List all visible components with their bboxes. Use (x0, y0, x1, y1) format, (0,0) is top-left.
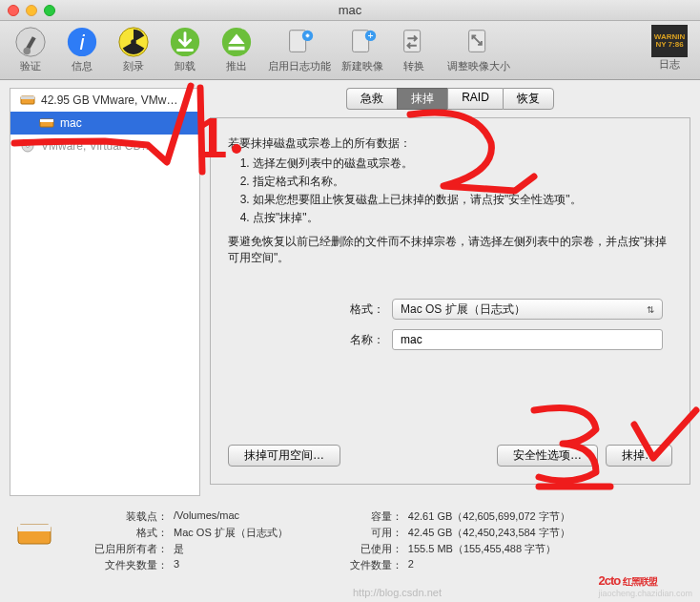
toolbar: 验证 i 信息 刻录 卸载 推出 启用日志功能 + 新建映像 转换 调整映像大小… (0, 21, 700, 80)
eject-icon (219, 25, 254, 59)
toolbar-new-image[interactable]: + 新建映像 (340, 25, 385, 73)
toolbar-eject[interactable]: 推出 (214, 25, 259, 73)
svg-point-1 (23, 48, 31, 55)
content-area: 急救 抹掉 RAID 恢复 若要抹掉磁盘或宗卷上的所有数据： 选择左侧列表中的磁… (210, 88, 690, 496)
optical-disk-icon (20, 138, 35, 154)
toolbar-label: 推出 (226, 59, 247, 73)
toolbar-verify[interactable]: 验证 (8, 25, 53, 73)
toolbar-enable-log[interactable]: 启用日志功能 (265, 25, 334, 73)
kv-key: 已启用所有者： (82, 542, 174, 556)
toolbar-resize-image[interactable]: 调整映像大小 (443, 25, 515, 73)
kv-val: 42.45 GB（42,450,243,584 字节） (408, 526, 570, 540)
radiation-icon (116, 25, 151, 59)
svg-rect-18 (21, 96, 34, 99)
convert-icon (397, 25, 431, 59)
titlebar: mac (0, 0, 700, 21)
watermark: 2cto 红黑联盟 jiaocheng.chazidian.com (598, 573, 692, 598)
svg-point-5 (131, 39, 136, 45)
kv-val: 2 (408, 558, 414, 572)
sidebar-item-disk[interactable]: 42.95 GB VMware, VMw… (10, 89, 199, 112)
kv-key: 可用： (317, 526, 408, 540)
tab-raid[interactable]: RAID (447, 88, 503, 110)
erase-form: 格式： Mac OS 扩展（日志式） ⇅ 名称： (333, 299, 663, 350)
info-icon: i (65, 25, 99, 59)
svg-text:+: + (367, 31, 373, 41)
new-image-icon: + (345, 25, 380, 59)
format-select[interactable]: Mac OS 扩展（日志式） ⇅ (392, 299, 663, 320)
watermark-brand-cn: 红黑联盟 (623, 576, 657, 587)
step-3: 如果您想要阻止恢复磁盘上已抹掉的数据，请点按"安全性选项"。 (253, 192, 672, 208)
kv-key: 格式： (82, 526, 174, 540)
kv-val: 155.5 MB（155,455,488 字节） (408, 542, 556, 556)
watermark-brand: 2cto (598, 573, 620, 588)
svg-point-22 (27, 145, 30, 148)
step-2: 指定格式和名称。 (253, 174, 672, 190)
kv-key: 已使用： (317, 542, 408, 556)
chevron-updown-icon: ⇅ (647, 304, 654, 315)
toolbar-label: 启用日志功能 (268, 59, 331, 73)
sidebar-item-label: mac (60, 116, 82, 130)
info-footer: 装载点：/Volumes/mac 格式：Mac OS 扩展（日志式） 已启用所有… (0, 504, 700, 582)
footer-left-col: 装载点：/Volumes/mac 格式：Mac OS 扩展（日志式） 已启用所有… (82, 509, 288, 572)
tab-bar: 急救 抹掉 RAID 恢复 (210, 88, 690, 110)
toolbar-label: 信息 (72, 59, 93, 73)
resize-image-icon (462, 25, 496, 59)
microscope-icon (13, 25, 48, 59)
intro-heading: 若要抹掉磁盘或宗卷上的所有数据： (228, 135, 672, 152)
kv-key: 文件数量： (317, 558, 408, 572)
svg-rect-24 (18, 525, 51, 531)
kv-val: Mac OS 扩展（日志式） (174, 526, 288, 540)
toolbar-label: 调整映像大小 (447, 59, 510, 73)
toolbar-label: 验证 (20, 59, 41, 73)
format-label: 格式： (333, 301, 384, 318)
intro-footer: 要避免恢复以前已经删除的文件而不抹掉宗卷，请选择左侧列表中的宗卷，并点按"抹掉可… (228, 234, 672, 266)
toolbar-convert[interactable]: 转换 (391, 25, 437, 73)
erase-button[interactable]: 抹掉… (606, 445, 672, 467)
kv-val: 3 (174, 558, 179, 572)
erase-actions: 抹掉可用空间… 安全性选项… 抹掉… (228, 445, 672, 467)
svg-rect-9 (229, 47, 245, 51)
csdn-watermark: http://blog.csdn.net (353, 587, 442, 598)
toolbar-log[interactable]: WARNINNY 7:86 日志 (647, 25, 692, 73)
kv-key: 文件夹数量： (82, 558, 174, 572)
kv-val: /Volumes/mac (174, 509, 239, 524)
tab-restore[interactable]: 恢复 (503, 88, 554, 110)
toolbar-unmount[interactable]: 卸载 (162, 25, 208, 73)
sidebar-item-volume-selected[interactable]: mac (10, 112, 199, 135)
sidebar-item-label: VMware, Virtual CD… (41, 139, 153, 153)
kv-key: 装载点： (82, 509, 174, 524)
erase-panel: 若要抹掉磁盘或宗卷上的所有数据： 选择左侧列表中的磁盘或宗卷。 指定格式和名称。… (210, 117, 690, 485)
sidebar-item-disk-dim[interactable]: VMware, Virtual CD… (10, 135, 199, 157)
toolbar-label: 日志 (659, 57, 680, 72)
watermark-domain: jiaocheng.chazidian.com (598, 589, 692, 598)
toolbar-label: 转换 (403, 59, 424, 73)
kv-val: 是 (174, 542, 184, 556)
security-options-button[interactable]: 安全性选项… (497, 445, 598, 467)
toolbar-label: 新建映像 (341, 59, 383, 73)
disk-sidebar[interactable]: 42.95 GB VMware, VMw… mac VMware, Virtua… (10, 88, 200, 496)
erase-free-space-button[interactable]: 抹掉可用空间… (228, 445, 340, 467)
step-1: 选择左侧列表中的磁盘或宗卷。 (253, 156, 672, 172)
footer-right-col: 容量：42.61 GB（42,605,699,072 字节） 可用：42.45 … (317, 509, 570, 572)
warning-icon: WARNINNY 7:86 (651, 25, 688, 57)
step-4: 点按"抹掉"。 (253, 210, 672, 226)
unmount-icon (168, 25, 202, 59)
kv-key: 容量： (317, 509, 408, 524)
name-input[interactable] (392, 329, 663, 350)
toolbar-label: 卸载 (175, 59, 196, 73)
log-start-icon (282, 25, 317, 59)
window-title: mac (8, 3, 692, 17)
erase-instructions: 若要抹掉磁盘或宗卷上的所有数据： 选择左侧列表中的磁盘或宗卷。 指定格式和名称。… (228, 135, 672, 266)
tab-first-aid[interactable]: 急救 (346, 88, 397, 110)
svg-rect-15 (404, 31, 421, 52)
tab-erase[interactable]: 抹掉 (397, 88, 447, 110)
toolbar-burn[interactable]: 刻录 (111, 25, 156, 73)
volume-icon (39, 115, 54, 131)
kv-val: 42.61 GB（42,605,699,072 字节） (408, 509, 570, 524)
format-value: Mac OS 扩展（日志式） (401, 301, 525, 318)
svg-rect-20 (40, 119, 53, 122)
name-label: 名称： (333, 332, 384, 348)
toolbar-label: 刻录 (123, 59, 144, 73)
main-area: 42.95 GB VMware, VMw… mac VMware, Virtua… (0, 80, 700, 504)
toolbar-info[interactable]: i 信息 (59, 25, 105, 73)
